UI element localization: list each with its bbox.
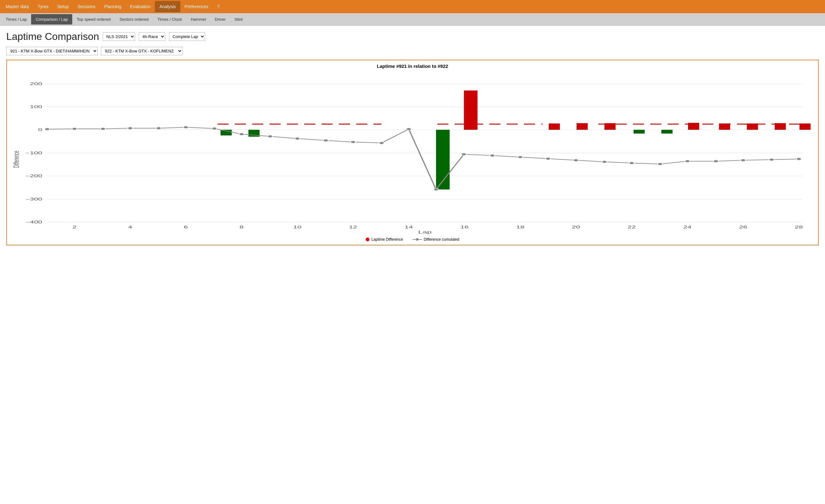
- car-selectors: 921 - KTM X-Bow GTX - DIET/HAMM/HEIN 922…: [6, 47, 819, 55]
- svg-text:22: 22: [627, 225, 635, 229]
- nav-sessions[interactable]: Sessions: [73, 1, 100, 12]
- subnav-hammel[interactable]: Hammel: [186, 14, 210, 24]
- svg-text:0: 0: [38, 128, 42, 132]
- svg-rect-36: [464, 90, 477, 130]
- page-content: Laptime Comparison NLS 2/2021 4h-Race Co…: [0, 26, 825, 504]
- svg-text:200: 200: [30, 82, 42, 86]
- svg-rect-43: [719, 124, 730, 130]
- legend-cumulated: Difference cumulated: [412, 237, 459, 242]
- chart-legend: Laptime Difference Difference cumulated: [10, 237, 815, 242]
- svg-text:−400: −400: [25, 220, 42, 224]
- svg-text:12: 12: [349, 225, 357, 229]
- svg-point-51: [156, 127, 161, 130]
- legend-gray-line: [412, 239, 422, 240]
- svg-text:10: 10: [293, 225, 301, 229]
- svg-text:100: 100: [30, 104, 42, 109]
- svg-point-56: [295, 137, 300, 140]
- nav-help[interactable]: ?: [213, 1, 224, 12]
- svg-text:−100: −100: [25, 151, 42, 155]
- svg-point-57: [323, 139, 328, 142]
- subnav-comparison-lap[interactable]: Comparison / Lap: [31, 14, 72, 24]
- svg-rect-37: [634, 130, 645, 134]
- svg-point-49: [100, 128, 105, 130]
- legend-cumul-label: Difference cumulated: [424, 237, 459, 242]
- car2-select[interactable]: 922 - KTM X-Bow GTX - KOFL/MENZ: [101, 47, 182, 55]
- lap-select[interactable]: Complete Lap: [169, 32, 205, 41]
- svg-text:24: 24: [683, 225, 691, 229]
- nav-planning[interactable]: Planning: [100, 1, 126, 12]
- svg-point-60: [406, 128, 411, 130]
- legend-diff-label: Laptime Difference: [371, 237, 403, 242]
- svg-text:Difference: Difference: [12, 151, 20, 168]
- svg-point-66: [573, 159, 578, 161]
- svg-rect-40: [549, 124, 560, 130]
- subnav-times-clock[interactable]: Times / Clock: [153, 14, 186, 24]
- subnav-top-speed[interactable]: Top speed ordered: [72, 14, 115, 24]
- svg-rect-42: [688, 123, 699, 130]
- svg-point-72: [741, 159, 746, 161]
- nav-tyres[interactable]: Tyres: [33, 1, 53, 12]
- chart-container: Laptime #921 in relation to #922 200 100…: [6, 60, 819, 245]
- svg-rect-45: [775, 123, 786, 130]
- type-select[interactable]: 4h-Race: [139, 32, 165, 41]
- svg-point-73: [769, 158, 774, 161]
- svg-rect-46: [800, 124, 811, 130]
- car1-select[interactable]: 921 - KTM X-Bow GTX - DIET/HAMM/HEIN: [6, 47, 98, 55]
- nav-evaluation[interactable]: Evaluation: [126, 1, 155, 12]
- svg-point-68: [629, 162, 634, 164]
- chart-area: 200 100 0 −100 −200 −300 −400 Difference…: [10, 71, 815, 235]
- subnav-times-lap[interactable]: Times / Lap: [1, 14, 31, 24]
- page-title: Laptime Comparison: [6, 31, 99, 43]
- nav-setup[interactable]: Setup: [53, 1, 73, 12]
- legend-red-dot: [366, 237, 369, 241]
- sub-navigation: Times / Lap Comparison / Lap Top speed o…: [0, 13, 825, 26]
- svg-text:8: 8: [239, 225, 243, 229]
- svg-text:28: 28: [795, 225, 803, 229]
- race-select[interactable]: NLS 2/2021: [103, 32, 135, 41]
- svg-point-67: [602, 160, 607, 163]
- svg-text:2: 2: [72, 225, 76, 229]
- svg-point-55: [268, 135, 273, 138]
- svg-point-62: [461, 153, 466, 155]
- top-navigation: Master data Tyres Setup Sessions Plannin…: [0, 0, 825, 13]
- svg-text:16: 16: [460, 225, 468, 229]
- subnav-stint[interactable]: Stint: [230, 14, 247, 24]
- svg-text:20: 20: [572, 225, 580, 229]
- svg-rect-38: [661, 130, 672, 134]
- svg-point-54: [239, 133, 244, 135]
- svg-text:4: 4: [128, 225, 132, 229]
- svg-point-64: [518, 156, 523, 158]
- svg-point-63: [490, 154, 495, 157]
- svg-point-50: [128, 127, 133, 130]
- nav-master-data[interactable]: Master data: [1, 1, 33, 12]
- subnav-driver[interactable]: Driver: [211, 14, 230, 24]
- svg-point-70: [685, 160, 690, 162]
- svg-point-48: [72, 128, 77, 130]
- svg-rect-39: [604, 123, 615, 130]
- legend-laptime-diff: Laptime Difference: [366, 237, 403, 242]
- svg-point-69: [658, 163, 663, 165]
- chart-svg: 200 100 0 −100 −200 −300 −400 Difference…: [10, 71, 815, 235]
- chart-title: Laptime #921 in relation to #922: [10, 64, 815, 69]
- svg-point-59: [379, 142, 384, 144]
- subnav-sectors-ordered[interactable]: Sectors ordered: [115, 14, 153, 24]
- nav-preferences[interactable]: Preferences: [180, 1, 213, 12]
- svg-point-74: [797, 158, 802, 160]
- svg-point-65: [546, 157, 551, 160]
- nav-analysis[interactable]: Analysis: [155, 1, 180, 12]
- svg-point-53: [212, 127, 217, 130]
- svg-text:−200: −200: [25, 174, 42, 178]
- svg-point-47: [45, 128, 50, 130]
- svg-point-58: [351, 141, 356, 143]
- svg-point-61: [434, 188, 439, 191]
- svg-rect-41: [577, 123, 588, 130]
- svg-text:−300: −300: [25, 197, 42, 201]
- svg-text:26: 26: [739, 225, 747, 229]
- svg-point-71: [714, 160, 719, 162]
- svg-text:6: 6: [184, 225, 188, 229]
- page-header: Laptime Comparison NLS 2/2021 4h-Race Co…: [6, 31, 819, 43]
- svg-rect-44: [747, 124, 758, 130]
- svg-text:14: 14: [405, 225, 413, 229]
- svg-text:18: 18: [516, 225, 524, 229]
- svg-text:Lap: Lap: [418, 230, 432, 234]
